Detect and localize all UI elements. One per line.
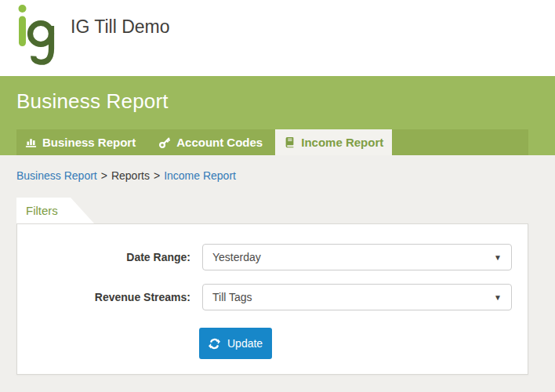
filters-panel: Date Range: Yesterday ▼ Revenue Streams:…: [16, 223, 528, 375]
filters-panel-tab: Filters: [16, 198, 94, 223]
breadcrumb-business-report[interactable]: Business Report: [16, 169, 97, 182]
breadcrumb-separator: >: [101, 169, 107, 182]
chevron-down-icon: ▼: [494, 253, 502, 262]
breadcrumb-separator: >: [154, 169, 160, 182]
app-title: IG Till Demo: [71, 16, 170, 38]
filters-title: Filters: [26, 204, 58, 217]
tab-label: Account Codes: [176, 136, 263, 149]
revenue-streams-label: Revenue Streams:: [28, 291, 202, 303]
breadcrumb: Business Report>Reports>Income Report: [16, 169, 555, 182]
tab-bar: Business Report Account Codes Income Rep…: [16, 129, 528, 155]
revenue-streams-value: Till Tags: [212, 291, 252, 303]
app-header: IG Till Demo: [0, 0, 555, 76]
tab-business-report[interactable]: Business Report: [16, 129, 144, 155]
tab-account-codes[interactable]: Account Codes: [151, 129, 271, 155]
breadcrumb-income-report[interactable]: Income Report: [164, 169, 236, 182]
tab-label: Income Report: [301, 136, 383, 149]
tab-income-report[interactable]: Income Report: [275, 129, 392, 155]
chevron-down-icon: ▼: [494, 293, 502, 302]
breadcrumb-reports: Reports: [111, 169, 150, 182]
revenue-streams-select[interactable]: Till Tags ▼: [202, 284, 512, 310]
form-row-date-range: Date Range: Yesterday ▼: [28, 244, 512, 270]
date-range-value: Yesterday: [212, 251, 261, 263]
form-row-revenue-streams: Revenue Streams: Till Tags ▼: [28, 284, 512, 310]
date-range-select[interactable]: Yesterday ▼: [202, 244, 512, 270]
tab-label: Business Report: [42, 136, 136, 149]
key-icon: [159, 136, 171, 148]
date-range-label: Date Range:: [28, 251, 202, 263]
button-row: Update: [199, 328, 512, 359]
bar-chart-icon: [25, 136, 37, 148]
page-title: Business Report: [16, 87, 555, 115]
ig-logo: [13, 3, 58, 67]
update-label: Update: [227, 337, 263, 350]
update-button[interactable]: Update: [199, 328, 272, 359]
refresh-icon: [209, 338, 220, 350]
book-icon: [284, 136, 296, 148]
page-band: Business Report Business Report Account …: [0, 76, 555, 155]
